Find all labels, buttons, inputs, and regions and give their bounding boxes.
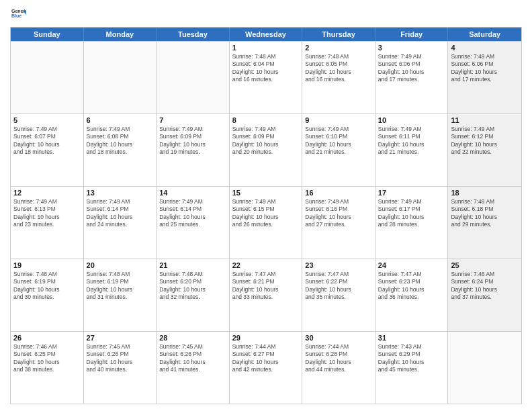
calendar-row-0: 1Sunrise: 7:48 AM Sunset: 6:04 PM Daylig… [11, 41, 521, 113]
svg-marker-3 [24, 12, 26, 15]
calendar-cell-empty-0-0 [11, 42, 84, 113]
calendar-row-3: 19Sunrise: 7:48 AM Sunset: 6:19 PM Dayli… [11, 259, 521, 331]
day-number: 27 [87, 334, 154, 342]
calendar-cell-20: 20Sunrise: 7:48 AM Sunset: 6:19 PM Dayli… [84, 259, 157, 331]
calendar-cell-31: 31Sunrise: 7:43 AM Sunset: 6:29 PM Dayli… [375, 332, 449, 404]
calendar-cell-1: 1Sunrise: 7:48 AM Sunset: 6:04 PM Daylig… [230, 42, 303, 113]
day-number: 3 [378, 44, 445, 52]
day-number: 23 [305, 261, 372, 269]
day-number: 21 [159, 261, 226, 269]
day-info: Sunrise: 7:49 AM Sunset: 6:13 PM Dayligh… [13, 198, 81, 229]
day-info: Sunrise: 7:48 AM Sunset: 6:04 PM Dayligh… [232, 53, 300, 84]
day-info: Sunrise: 7:49 AM Sunset: 6:14 PM Dayligh… [87, 198, 154, 229]
calendar-cell-29: 29Sunrise: 7:44 AM Sunset: 6:27 PM Dayli… [230, 332, 303, 404]
day-info: Sunrise: 7:49 AM Sunset: 6:07 PM Dayligh… [13, 126, 81, 156]
day-info: Sunrise: 7:49 AM Sunset: 6:16 PM Dayligh… [305, 198, 372, 229]
svg-text:Blue: Blue [11, 13, 21, 18]
weekday-header-monday: Monday [84, 28, 157, 41]
calendar-cell-27: 27Sunrise: 7:45 AM Sunset: 6:26 PM Dayli… [84, 332, 157, 404]
calendar-row-2: 12Sunrise: 7:49 AM Sunset: 6:13 PM Dayli… [11, 186, 521, 259]
day-number: 20 [87, 261, 154, 269]
day-info: Sunrise: 7:45 AM Sunset: 6:26 PM Dayligh… [87, 343, 154, 374]
day-info: Sunrise: 7:49 AM Sunset: 6:14 PM Dayligh… [159, 198, 226, 229]
day-number: 28 [159, 334, 226, 342]
calendar-row-4: 26Sunrise: 7:46 AM Sunset: 6:25 PM Dayli… [11, 331, 521, 404]
weekday-header-tuesday: Tuesday [157, 28, 230, 41]
day-info: Sunrise: 7:45 AM Sunset: 6:26 PM Dayligh… [159, 343, 226, 374]
day-number: 30 [305, 334, 372, 342]
calendar-cell-19: 19Sunrise: 7:48 AM Sunset: 6:19 PM Dayli… [11, 259, 84, 331]
day-number: 7 [159, 116, 226, 124]
calendar-cell-14: 14Sunrise: 7:49 AM Sunset: 6:14 PM Dayli… [157, 187, 230, 259]
calendar-cell-18: 18Sunrise: 7:48 AM Sunset: 6:18 PM Dayli… [448, 187, 521, 259]
day-info: Sunrise: 7:47 AM Sunset: 6:22 PM Dayligh… [305, 271, 372, 302]
day-number: 9 [305, 116, 372, 124]
calendar-cell-21: 21Sunrise: 7:48 AM Sunset: 6:20 PM Dayli… [157, 259, 230, 331]
weekday-header-friday: Friday [375, 28, 449, 41]
weekday-header-thursday: Thursday [302, 28, 375, 41]
day-number: 1 [232, 44, 300, 52]
calendar-cell-11: 11Sunrise: 7:49 AM Sunset: 6:12 PM Dayli… [448, 114, 521, 186]
day-number: 17 [378, 189, 445, 197]
calendar-cell-23: 23Sunrise: 7:47 AM Sunset: 6:22 PM Dayli… [302, 259, 375, 331]
calendar-row-1: 5Sunrise: 7:49 AM Sunset: 6:07 PM Daylig… [11, 113, 521, 186]
calendar-cell-16: 16Sunrise: 7:49 AM Sunset: 6:16 PM Dayli… [302, 187, 375, 259]
day-number: 14 [159, 189, 226, 197]
weekday-header-wednesday: Wednesday [230, 28, 303, 41]
day-info: Sunrise: 7:48 AM Sunset: 6:19 PM Dayligh… [87, 271, 154, 302]
calendar-cell-5: 5Sunrise: 7:49 AM Sunset: 6:07 PM Daylig… [11, 114, 84, 186]
calendar-cell-22: 22Sunrise: 7:47 AM Sunset: 6:21 PM Dayli… [230, 259, 303, 331]
logo: General Blue [10, 7, 26, 21]
day-number: 16 [305, 189, 372, 197]
svg-text:General: General [11, 9, 26, 13]
day-info: Sunrise: 7:49 AM Sunset: 6:17 PM Dayligh… [378, 198, 445, 229]
day-info: Sunrise: 7:44 AM Sunset: 6:28 PM Dayligh… [305, 343, 372, 374]
calendar-cell-9: 9Sunrise: 7:49 AM Sunset: 6:10 PM Daylig… [302, 114, 375, 186]
day-info: Sunrise: 7:46 AM Sunset: 6:24 PM Dayligh… [451, 271, 519, 302]
day-number: 18 [451, 189, 519, 197]
day-info: Sunrise: 7:49 AM Sunset: 6:10 PM Dayligh… [305, 126, 372, 156]
day-number: 26 [13, 334, 81, 342]
calendar-cell-4: 4Sunrise: 7:49 AM Sunset: 6:06 PM Daylig… [448, 42, 521, 113]
day-info: Sunrise: 7:48 AM Sunset: 6:19 PM Dayligh… [13, 271, 81, 302]
calendar-cell-28: 28Sunrise: 7:45 AM Sunset: 6:26 PM Dayli… [157, 332, 230, 404]
calendar-cell-3: 3Sunrise: 7:49 AM Sunset: 6:06 PM Daylig… [375, 42, 449, 113]
day-info: Sunrise: 7:49 AM Sunset: 6:09 PM Dayligh… [232, 126, 300, 156]
day-info: Sunrise: 7:48 AM Sunset: 6:05 PM Dayligh… [305, 53, 372, 84]
day-info: Sunrise: 7:44 AM Sunset: 6:27 PM Dayligh… [232, 343, 300, 374]
day-info: Sunrise: 7:49 AM Sunset: 6:06 PM Dayligh… [451, 53, 519, 84]
day-info: Sunrise: 7:48 AM Sunset: 6:18 PM Dayligh… [451, 198, 519, 229]
calendar-header: SundayMondayTuesdayWednesdayThursdayFrid… [11, 28, 521, 41]
day-number: 25 [451, 261, 519, 269]
calendar-body: 1Sunrise: 7:48 AM Sunset: 6:04 PM Daylig… [11, 41, 521, 404]
day-number: 29 [232, 334, 300, 342]
day-info: Sunrise: 7:49 AM Sunset: 6:12 PM Dayligh… [451, 126, 519, 156]
day-info: Sunrise: 7:48 AM Sunset: 6:20 PM Dayligh… [159, 271, 226, 302]
day-number: 13 [87, 189, 154, 197]
day-number: 10 [378, 116, 445, 124]
day-number: 5 [13, 116, 81, 124]
day-number: 12 [13, 189, 81, 197]
day-number: 22 [232, 261, 300, 269]
weekday-header-sunday: Sunday [11, 28, 84, 41]
day-info: Sunrise: 7:49 AM Sunset: 6:11 PM Dayligh… [378, 126, 445, 156]
calendar: SundayMondayTuesdayWednesdayThursdayFrid… [10, 27, 522, 404]
day-number: 15 [232, 189, 300, 197]
day-info: Sunrise: 7:49 AM Sunset: 6:08 PM Dayligh… [87, 126, 154, 156]
calendar-cell-12: 12Sunrise: 7:49 AM Sunset: 6:13 PM Dayli… [11, 187, 84, 259]
calendar-cell-26: 26Sunrise: 7:46 AM Sunset: 6:25 PM Dayli… [11, 332, 84, 404]
calendar-cell-2: 2Sunrise: 7:48 AM Sunset: 6:05 PM Daylig… [302, 42, 375, 113]
calendar-cell-6: 6Sunrise: 7:49 AM Sunset: 6:08 PM Daylig… [84, 114, 157, 186]
day-info: Sunrise: 7:46 AM Sunset: 6:25 PM Dayligh… [13, 343, 81, 374]
calendar-cell-empty-0-1 [84, 42, 157, 113]
calendar-cell-empty-4-6 [448, 332, 521, 404]
day-number: 8 [232, 116, 300, 124]
day-info: Sunrise: 7:43 AM Sunset: 6:29 PM Dayligh… [378, 343, 445, 374]
calendar-cell-8: 8Sunrise: 7:49 AM Sunset: 6:09 PM Daylig… [230, 114, 303, 186]
calendar-cell-30: 30Sunrise: 7:44 AM Sunset: 6:28 PM Dayli… [302, 332, 375, 404]
logo-icon: General Blue [11, 7, 26, 21]
day-number: 31 [378, 334, 445, 342]
day-number: 4 [451, 44, 519, 52]
day-info: Sunrise: 7:47 AM Sunset: 6:21 PM Dayligh… [232, 271, 300, 302]
day-number: 19 [13, 261, 81, 269]
